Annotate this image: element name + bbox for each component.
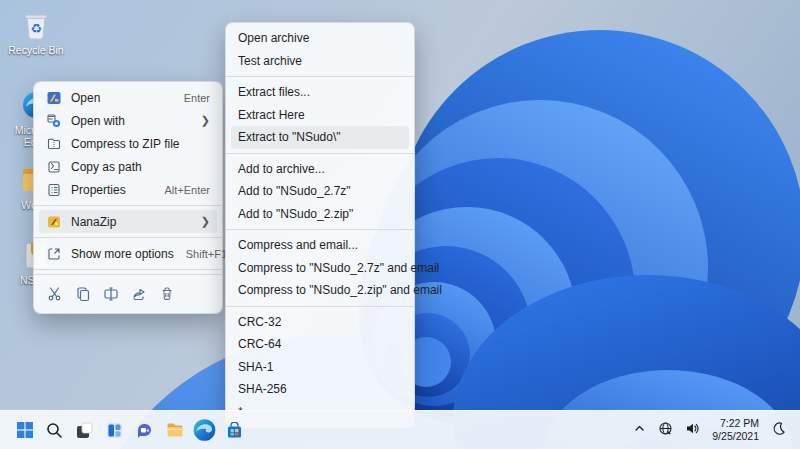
submenu-item-sha-1[interactable]: SHA-1	[231, 356, 409, 379]
submenu-item-crc-32[interactable]: CRC-32	[231, 311, 409, 334]
properties-icon	[46, 182, 61, 197]
menu-item-label: Compress to ZIP file	[71, 137, 210, 151]
menu-item-copy-as-path[interactable]: Copy as path	[39, 155, 217, 178]
menu-item-compress-to-zip-file[interactable]: Compress to ZIP file	[39, 132, 217, 155]
submenu-item-sha-256[interactable]: SHA-256	[231, 378, 409, 401]
taskbar: 7:22 PM9/25/2021	[0, 410, 800, 449]
compress-zip-icon	[46, 136, 61, 151]
submenu-item-add-to-nsudo-2-zip[interactable]: Add to "NSudo_2.zip"	[231, 203, 409, 226]
task-view-button[interactable]	[72, 418, 97, 443]
submenu-item-test-archive[interactable]: Test archive	[231, 50, 409, 73]
menu-item-label: Open with	[71, 114, 189, 128]
network-tray-button[interactable]	[654, 418, 677, 443]
submenu-item-label: Add to "NSudo_2.7z"	[238, 184, 402, 198]
cut-icon[interactable]	[42, 282, 67, 306]
open-with-icon	[46, 113, 61, 128]
nanazip-submenu: Open archiveTest archiveExtract files...…	[225, 22, 415, 428]
submenu-item-label: Extract to "NSudo\"	[238, 130, 402, 144]
menu-item-properties[interactable]: PropertiesAlt+Enter	[39, 178, 217, 201]
volume-tray-button[interactable]	[681, 418, 704, 443]
submenu-item-extract-here[interactable]: Extract Here	[231, 104, 409, 127]
rename-icon[interactable]	[98, 282, 123, 306]
menu-separator	[226, 76, 414, 77]
copy-icon[interactable]	[70, 282, 95, 306]
submenu-item-extract-to-nsudo[interactable]: Extract to "NSudo\"	[231, 126, 409, 149]
submenu-item-add-to-nsudo-2-7z[interactable]: Add to "NSudo_2.7z"	[231, 180, 409, 203]
clock-date: 9/25/2021	[712, 430, 759, 443]
focus-assist-moon-icon	[771, 421, 786, 440]
context-menu: OpenEnterOpen with❯Compress to ZIP fileC…	[33, 81, 223, 314]
edge-button[interactable]	[192, 418, 217, 443]
menu-separator	[34, 205, 222, 206]
chevron-right-icon: ❯	[201, 215, 210, 228]
menu-item-shortcut: Enter	[184, 92, 210, 104]
submenu-item-label: Add to "NSudo_2.zip"	[238, 207, 402, 221]
menu-item-open[interactable]: OpenEnter	[39, 86, 217, 109]
menu-item-label: NanaZip	[71, 215, 189, 229]
menu-separator	[34, 274, 222, 275]
menu-separator	[34, 237, 222, 238]
submenu-item-label: SHA-256	[238, 382, 402, 396]
share-icon[interactable]	[126, 282, 151, 306]
menu-separator	[226, 153, 414, 154]
menu-item-label: Show more options	[71, 247, 174, 261]
start-button[interactable]	[12, 418, 37, 443]
widgets-button[interactable]	[102, 418, 127, 443]
chat-button[interactable]	[132, 418, 157, 443]
menu-item-label: Properties	[71, 183, 152, 197]
svg-text:♻: ♻	[30, 21, 42, 36]
submenu-item-open-archive[interactable]: Open archive	[231, 27, 409, 50]
clock-time: 7:22 PM	[712, 417, 759, 430]
submenu-item-label: CRC-32	[238, 315, 402, 329]
submenu-item-label: Open archive	[238, 31, 402, 45]
submenu-item-label: Compress to "NSudo_2.7z" and email	[238, 261, 439, 275]
network-globe-icon	[658, 421, 673, 440]
file-explorer-button[interactable]	[162, 418, 187, 443]
menu-item-shortcut: Alt+Enter	[164, 184, 210, 196]
chevron-up-icon	[633, 421, 646, 439]
copy-path-icon	[46, 159, 61, 174]
quick-actions-row	[34, 279, 222, 309]
menu-item-nanazip[interactable]: NanaZip❯	[39, 210, 217, 233]
chevron-right-icon: ❯	[201, 114, 210, 127]
nanazip-app-icon	[46, 90, 61, 105]
focus-assist-button[interactable]	[767, 418, 790, 443]
submenu-item-label: Compress and email...	[238, 238, 402, 252]
nanazip-gold-icon	[46, 214, 61, 229]
menu-separator	[34, 269, 222, 270]
submenu-item-label: Extract Here	[238, 108, 402, 122]
submenu-item-add-to-archive[interactable]: Add to archive...	[231, 158, 409, 181]
store-button[interactable]	[222, 418, 247, 443]
menu-item-label: Open	[71, 91, 172, 105]
submenu-item-compress-to-nsudo-2-7z-and-email[interactable]: Compress to "NSudo_2.7z" and email	[231, 257, 409, 280]
menu-item-label: Copy as path	[71, 160, 210, 174]
submenu-item-label: CRC-64	[238, 337, 402, 351]
desktop-icon-recycle-bin[interactable]: ♻Recycle Bin	[6, 8, 66, 56]
search-button[interactable]	[42, 418, 67, 443]
submenu-item-label: SHA-1	[238, 360, 402, 374]
recycle-bin-icon: ♻	[19, 8, 53, 42]
submenu-item-compress-to-nsudo-2-zip-and-email[interactable]: Compress to "NSudo_2.zip" and email	[231, 279, 409, 302]
submenu-item-compress-and-email[interactable]: Compress and email...	[231, 234, 409, 257]
submenu-item-crc-64[interactable]: CRC-64	[231, 333, 409, 356]
submenu-item-label: Test archive	[238, 54, 402, 68]
volume-icon	[685, 421, 700, 440]
taskbar-clock[interactable]: 7:22 PM9/25/2021	[708, 417, 763, 443]
menu-item-show-more-options[interactable]: Show more optionsShift+F10	[39, 242, 217, 265]
show-more-icon	[46, 246, 61, 261]
submenu-item-label: Add to archive...	[238, 162, 402, 176]
submenu-item-label: Compress to "NSudo_2.zip" and email	[238, 283, 442, 297]
desktop-icon-label: Recycle Bin	[8, 44, 63, 56]
submenu-item-extract-files[interactable]: Extract files...	[231, 81, 409, 104]
menu-item-open-with[interactable]: Open with❯	[39, 109, 217, 132]
menu-separator	[226, 229, 414, 230]
tray-expand-button[interactable]	[629, 418, 650, 443]
delete-icon[interactable]	[154, 282, 179, 306]
menu-separator	[226, 306, 414, 307]
submenu-item-label: Extract files...	[238, 85, 402, 99]
